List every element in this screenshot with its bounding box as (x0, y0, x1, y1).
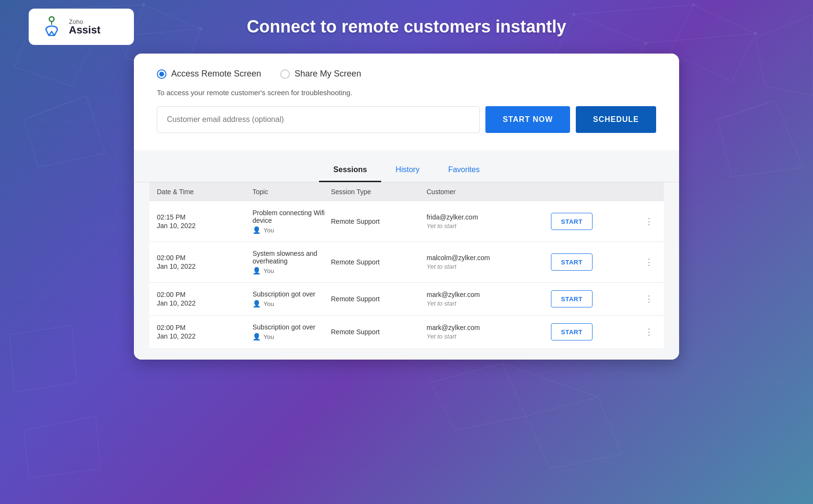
topic-name-1: Problem connecting Wifi device (253, 209, 331, 224)
session-type-4: Remote Support (331, 328, 427, 336)
header: Zoho Assist Connect to remote customers … (0, 0, 813, 54)
cell-topic-2: System slowness and overheating 👤 You (253, 250, 331, 274)
cell-topic-1: Problem connecting Wifi device 👤 You (253, 209, 331, 234)
cell-customer-4: mark@zylker.com Yet to start (427, 324, 551, 340)
session-type-3: Remote Support (331, 295, 427, 303)
col-header-action (551, 188, 642, 196)
customer-email-2: malcolm@zylker.com (427, 254, 551, 262)
start-session-button-3[interactable]: START (551, 290, 593, 307)
date-3: Jan 10, 2022 (157, 299, 253, 307)
customer-email-4: mark@zylker.com (427, 324, 551, 331)
table-row: 02:00 PM Jan 10, 2022 Subscription got o… (149, 316, 664, 348)
more-icon-4[interactable]: ⋮ (642, 327, 656, 337)
svg-point-26 (49, 17, 54, 22)
customer-status-2: Yet to start (427, 263, 551, 270)
time-4: 02:00 PM (157, 324, 253, 331)
more-icon-2[interactable]: ⋮ (642, 257, 656, 267)
table-header: Date & Time Topic Session Type Customer (149, 182, 664, 201)
tab-sessions[interactable]: Sessions (319, 161, 381, 182)
cell-topic-4: Subscription got over 👤 You (253, 323, 331, 340)
user-icon-3: 👤 (253, 300, 261, 307)
topic-name-2: System slowness and overheating (253, 250, 331, 265)
date-4: Jan 10, 2022 (157, 332, 253, 340)
date-2: Jan 10, 2022 (157, 263, 253, 270)
session-type-1: Remote Support (331, 218, 427, 225)
customer-status-1: Yet to start (427, 222, 551, 230)
radio-option-access-remote[interactable]: Access Remote Screen (157, 69, 261, 79)
cell-datetime-3: 02:00 PM Jan 10, 2022 (157, 291, 253, 307)
tab-history[interactable]: History (381, 161, 434, 182)
radio-circle-access-remote (157, 69, 166, 79)
date-1: Jan 10, 2022 (157, 222, 253, 230)
form-description: To access your remote customer's screen … (157, 88, 656, 97)
col-header-session-type: Session Type (331, 188, 427, 196)
action-cell-2: START (551, 253, 642, 271)
start-session-button-4[interactable]: START (551, 323, 593, 340)
time-2: 02:00 PM (157, 254, 253, 262)
topic-user-1: 👤 You (253, 226, 331, 234)
radio-circle-share-screen (280, 69, 290, 79)
col-header-more (642, 188, 656, 196)
user-icon-1: 👤 (253, 226, 261, 234)
table-wrapper: Date & Time Topic Session Type Customer … (134, 182, 679, 360)
radio-label-share-screen: Share My Screen (295, 69, 361, 79)
tabs-row: Sessions History Favorites (134, 150, 679, 182)
cell-customer-2: malcolm@zylker.com Yet to start (427, 254, 551, 270)
action-cell-3: START (551, 290, 642, 307)
start-now-button[interactable]: START NOW (485, 106, 570, 133)
topic-user-2: 👤 You (253, 267, 331, 274)
input-row: START NOW SCHEDULE (157, 106, 656, 133)
col-header-topic: Topic (253, 188, 331, 196)
more-icon-1[interactable]: ⋮ (642, 216, 656, 227)
header-title: Connect to remote customers instantly (134, 17, 784, 37)
user-icon-4: 👤 (253, 333, 261, 340)
topic-name-3: Subscription got over (253, 290, 331, 298)
customer-email-1: frida@zylker.com (427, 213, 551, 221)
start-session-button-2[interactable]: START (551, 253, 593, 271)
zoho-assist-logo-icon (40, 15, 63, 38)
cell-customer-1: frida@zylker.com Yet to start (427, 213, 551, 230)
cell-datetime-4: 02:00 PM Jan 10, 2022 (157, 324, 253, 340)
logo-box: Zoho Assist (29, 9, 134, 45)
table-row: 02:00 PM Jan 10, 2022 System slowness an… (149, 242, 664, 283)
action-cell-1: START (551, 213, 642, 230)
radio-label-access-remote: Access Remote Screen (171, 69, 261, 79)
bottom-section: Sessions History Favorites Date & Time T… (134, 150, 679, 360)
tab-favorites[interactable]: Favorites (434, 161, 494, 182)
user-icon-2: 👤 (253, 267, 261, 274)
cell-topic-3: Subscription got over 👤 You (253, 290, 331, 307)
schedule-button[interactable]: SCHEDULE (576, 106, 656, 133)
email-input[interactable] (157, 106, 480, 133)
customer-status-3: Yet to start (427, 300, 551, 307)
cell-datetime-1: 02:15 PM Jan 10, 2022 (157, 213, 253, 230)
topic-user-3: 👤 You (253, 300, 331, 307)
customer-status-4: Yet to start (427, 333, 551, 340)
main-wrapper: Zoho Assist Connect to remote customers … (0, 0, 813, 504)
cell-customer-3: mark@zylker.com Yet to start (427, 291, 551, 307)
cell-datetime-2: 02:00 PM Jan 10, 2022 (157, 254, 253, 270)
col-header-customer: Customer (427, 188, 551, 196)
topic-user-4: 👤 You (253, 333, 331, 340)
content-card: Access Remote Screen Share My Screen To … (134, 54, 679, 360)
logo-text: Zoho Assist (69, 19, 100, 35)
top-section: Access Remote Screen Share My Screen To … (134, 54, 679, 150)
radio-option-share-screen[interactable]: Share My Screen (280, 69, 361, 79)
table-row: 02:15 PM Jan 10, 2022 Problem connecting… (149, 201, 664, 242)
action-cell-4: START (551, 323, 642, 340)
time-3: 02:00 PM (157, 291, 253, 298)
topic-name-4: Subscription got over (253, 323, 331, 331)
session-type-2: Remote Support (331, 258, 427, 266)
customer-email-3: mark@zylker.com (427, 291, 551, 298)
time-1: 02:15 PM (157, 213, 253, 221)
logo-assist: Assist (69, 25, 100, 35)
table-row: 02:00 PM Jan 10, 2022 Subscription got o… (149, 283, 664, 316)
radio-group: Access Remote Screen Share My Screen (157, 69, 656, 79)
col-header-datetime: Date & Time (157, 188, 253, 196)
start-session-button-1[interactable]: START (551, 213, 593, 230)
more-icon-3[interactable]: ⋮ (642, 294, 656, 304)
